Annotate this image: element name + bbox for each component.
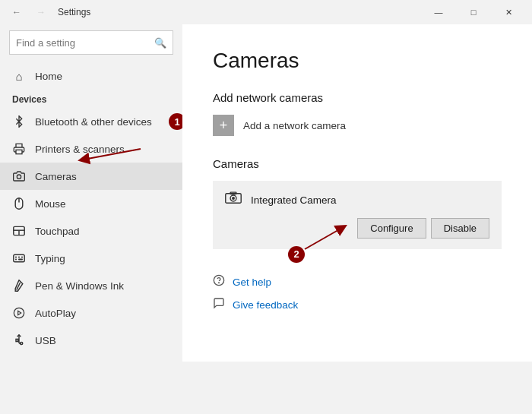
add-camera-row: + Add a network camera [213, 115, 502, 136]
bluetooth-icon [12, 115, 26, 128]
maximize-button[interactable]: □ [456, 0, 491, 24]
autoplay-icon [12, 306, 26, 320]
typing-label: Typing [35, 253, 65, 264]
sidebar: 🔍 ⌂ Home Devices Bluetooth & other devic… [0, 24, 182, 362]
get-help-label: Get help [233, 277, 271, 288]
add-camera-label: Add a network camera [243, 120, 346, 131]
svg-point-23 [232, 197, 235, 200]
printer-icon [12, 142, 26, 156]
sidebar-item-home[interactable]: ⌂ Home [0, 62, 182, 90]
get-help-icon [213, 274, 225, 289]
autoplay-label: AutoPlay [35, 308, 76, 319]
cameras-label: Cameras [35, 171, 77, 182]
sidebar-item-touchpad[interactable]: Touchpad [0, 217, 182, 245]
svg-marker-15 [18, 311, 21, 314]
usb-icon [12, 333, 26, 347]
feedback-icon [213, 297, 225, 312]
camera-item: Integrated Camera Configure Disable [213, 181, 502, 249]
printers-label: Printers & scanners [35, 144, 125, 155]
mouse-icon [12, 197, 26, 210]
sidebar-item-pen[interactable]: Pen & Windows Ink [0, 272, 182, 299]
window-title: Settings [58, 7, 90, 17]
svg-point-18 [21, 342, 23, 344]
touchpad-label: Touchpad [35, 226, 80, 237]
home-label: Home [35, 71, 62, 82]
window-controls: — □ ✕ [421, 0, 526, 24]
back-button[interactable]: ← [6, 4, 27, 21]
touchpad-icon [12, 224, 26, 238]
annotation-1: 1 [169, 113, 182, 130]
sidebar-section-title: Devices [0, 90, 182, 108]
get-help-link[interactable]: Get help [213, 270, 502, 293]
minimize-button[interactable]: — [421, 0, 456, 24]
sidebar-item-bluetooth[interactable]: Bluetooth & other devices 1 [0, 108, 182, 135]
svg-rect-7 [14, 254, 24, 262]
give-feedback-label: Give feedback [233, 299, 298, 311]
svg-point-14 [14, 308, 24, 318]
help-section: Get help Give feedback [213, 270, 502, 316]
nav-buttons: ← → [6, 4, 52, 21]
usb-label: USB [35, 335, 56, 346]
camera-item-buttons: Configure Disable [225, 218, 489, 239]
mouse-label: Mouse [35, 198, 66, 210]
svg-point-1 [17, 175, 21, 179]
sidebar-item-printers[interactable]: Printers & scanners [0, 135, 182, 163]
title-bar: ← → Settings — □ ✕ [0, 0, 532, 24]
bluetooth-label: Bluetooth & other devices [35, 116, 152, 128]
configure-button[interactable]: Configure [357, 218, 426, 239]
close-button[interactable]: ✕ [491, 0, 526, 24]
sidebar-item-typing[interactable]: Typing [0, 245, 182, 272]
sidebar-item-autoplay[interactable]: AutoPlay [0, 299, 182, 327]
camera-device-icon [225, 191, 242, 209]
search-input[interactable] [16, 37, 154, 49]
search-icon: 🔍 [154, 37, 166, 49]
disable-button[interactable]: Disable [431, 218, 489, 239]
pen-icon [12, 279, 26, 292]
sidebar-item-usb[interactable]: USB [0, 327, 182, 354]
home-icon: ⌂ [12, 69, 26, 83]
pen-label: Pen & Windows Ink [35, 280, 124, 292]
cameras-section: Cameras Integrated Camera [213, 157, 502, 249]
search-box[interactable]: 🔍 [9, 30, 173, 55]
add-camera-button[interactable]: + [213, 115, 234, 136]
page-title: Cameras [213, 49, 502, 73]
svg-rect-0 [16, 150, 22, 153]
give-feedback-link[interactable]: Give feedback [213, 293, 502, 316]
typing-icon [12, 251, 26, 265]
main-content: Cameras Add network cameras + Add a netw… [182, 24, 532, 362]
forward-button[interactable]: → [30, 4, 52, 21]
camera-name: Integrated Camera [251, 194, 337, 206]
add-network-section-heading: Add network cameras [213, 91, 502, 104]
sidebar-item-cameras[interactable]: Cameras [0, 163, 182, 190]
camera-item-top: Integrated Camera [225, 191, 489, 209]
camera-sidebar-icon [12, 169, 26, 183]
cameras-section-heading: Cameras [213, 157, 502, 170]
sidebar-item-mouse[interactable]: Mouse [0, 190, 182, 217]
